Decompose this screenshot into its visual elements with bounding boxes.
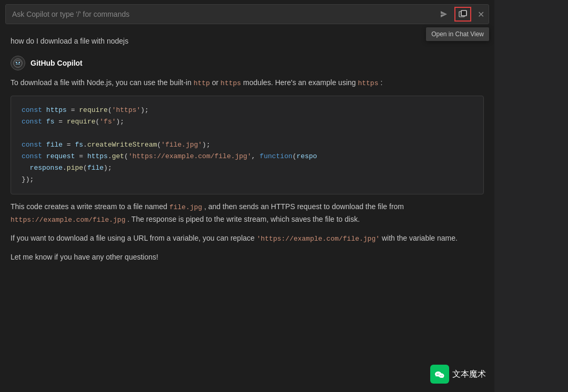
- copilot-avatar: [11, 56, 25, 70]
- close-icon: ✕: [478, 9, 484, 19]
- file-jpg-ref-1: file.jpg: [169, 203, 202, 211]
- search-bar: ✕: [5, 4, 489, 24]
- main-panel: ✕ Open in Chat View how do I download a …: [0, 0, 494, 392]
- open-chat-view-button[interactable]: [454, 7, 471, 22]
- example-url-ref: https://example.com/file.jpg: [11, 216, 125, 224]
- open-chat-tooltip: Open in Chat View: [426, 27, 489, 41]
- code-line-7: });: [22, 174, 473, 185]
- code-block: const https = require('https'); const fs…: [11, 96, 484, 195]
- https-example-ref: https: [358, 79, 378, 87]
- search-input[interactable]: [6, 10, 435, 18]
- after-code-paragraph-2: If you want to download a file using a U…: [11, 232, 484, 245]
- watermark-text: 文本魔术: [452, 369, 486, 380]
- https-module-ref: https: [220, 79, 241, 87]
- watermark: 文本魔术: [430, 365, 486, 384]
- content-area: how do I download a file with nodejs Git…: [0, 28, 494, 392]
- code-line-1: const https = require('https');: [22, 105, 473, 116]
- code-line-2: const fs = require('fs');: [22, 116, 473, 128]
- after-code-paragraph-1: This code creates a write stream to a fi…: [11, 201, 484, 226]
- wechat-icon: [430, 365, 449, 384]
- copilot-header: GitHub Copilot: [11, 56, 484, 70]
- code-line-3: [22, 128, 473, 139]
- right-panel: [494, 0, 568, 392]
- open-chat-icon: [459, 10, 467, 18]
- send-button[interactable]: [435, 7, 452, 22]
- url-string-ref: 'https://example.com/file.jpg': [257, 235, 380, 243]
- svg-point-8: [440, 375, 441, 376]
- copilot-avatar-icon: [13, 58, 23, 68]
- after-code-paragraph-3: Let me know if you have any other questi…: [11, 251, 484, 263]
- svg-point-6: [437, 374, 438, 375]
- svg-point-3: [14, 59, 22, 67]
- svg-point-4: [16, 62, 17, 64]
- send-icon: [440, 10, 448, 18]
- copilot-name: GitHub Copilot: [31, 59, 83, 67]
- http-module-ref: http: [194, 79, 210, 87]
- svg-point-9: [442, 375, 443, 376]
- code-line-4: const file = fs.createWriteStream('file.…: [22, 139, 473, 151]
- svg-point-5: [18, 62, 20, 64]
- close-button[interactable]: ✕: [473, 6, 489, 23]
- user-question: how do I download a file with nodejs: [11, 37, 484, 45]
- svg-rect-1: [461, 11, 466, 16]
- code-line-6: response.pipe(file);: [22, 162, 473, 174]
- response-intro-paragraph: To download a file with Node.js, you can…: [11, 77, 484, 89]
- code-line-5: const request = https.get('https://examp…: [22, 151, 473, 162]
